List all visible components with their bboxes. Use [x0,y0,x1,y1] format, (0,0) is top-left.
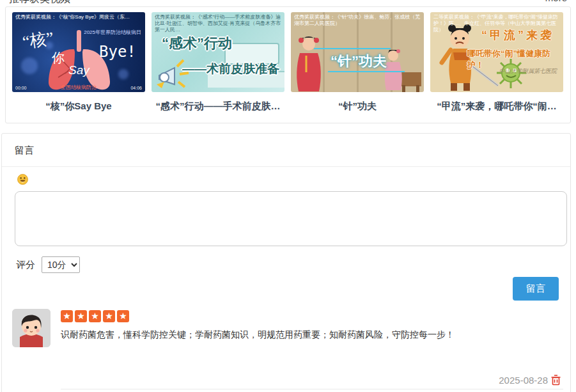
score-select[interactable]: 10分 [42,256,80,273]
comment-textarea[interactable] [15,191,567,246]
video-thumbnail[interactable]: 优秀奖获奖视频：《“针”功夫》徐惠、鲍芬、张成枝（芜湖市第二人民医院） “针”功… [291,12,424,92]
thumb-big-text: Say [68,63,90,77]
comment-item: ★ ★ ★ ★ ★ 识耐药菌危害，懂科学防控关键；学耐药菌知识，明规范用药重要；… [12,309,562,389]
section-title: 推荐获奖视频 [9,0,70,6]
submit-comment-button[interactable]: 留言 [513,277,559,301]
submit-row: 留言 [513,277,559,301]
star-icon: ★ [89,310,101,322]
video-thumbnail[interactable]: 优秀奖获奖视频：《“核”你Say Bye》周疫云（东… 2025年世界防治结核病… [12,12,145,92]
comment-section-title: 留言 [2,134,570,167]
video-card[interactable]: 优秀奖获奖视频：《“核”你Say Bye》周疫云（东… 2025年世界防治结核病… [12,12,145,113]
performer-left-figure [293,34,323,92]
video-title[interactable]: “针”功夫 [291,100,424,113]
thumb-credit-text: 优秀奖获奖视频：《“针”功夫》徐惠、鲍芬、张成枝（芜湖市第二人民医院） [294,14,421,27]
video-panel: 优秀奖获奖视频：《“核”你Say Bye》周疫云（东… 2025年世界防治结核病… [5,6,571,123]
video-card[interactable]: 优秀奖获奖视频：《“针”功夫》徐惠、鲍芬、张成枝（芜湖市第二人民医院） “针”功… [291,12,424,113]
star-icon: ★ [103,310,115,322]
more-link[interactable]: more [545,0,567,3]
video-title[interactable]: “甲流”来袭，哪吒带你“闹… [430,100,563,113]
thumb-big-text: ——术前皮肤准备 [182,61,279,77]
star-icon: ★ [61,310,73,322]
thumb-big-text: “针”功夫 [331,52,387,71]
comment-divider [61,389,563,389]
comment-footer: 2025-08-28 [499,375,561,386]
video-time-duration: 04:06 [130,86,142,90]
thumb-credit-text: 优秀奖获奖视频：《“核”你Say Bye》周疫云（东… [15,14,142,20]
video-title[interactable]: “核”你Say Bye [12,100,145,113]
decor-line [313,48,391,49]
thumb-credit-text: 优秀奖获奖视频：《“感术”行动——手术前皮肤准备》迪比旦·吐逊江、胡智华、西加艾… [155,14,281,33]
video-thumbnail[interactable]: 优秀奖获奖视频：《“感术”行动——手术前皮肤准备》迪比旦·吐逊江、胡智华、西加艾… [152,12,284,92]
video-time-current: 00:00 [15,86,27,90]
avatar [12,309,51,347]
video-card[interactable]: 优秀奖获奖视频：《“感术”行动——手术前皮肤准备》迪比旦·吐逊江、胡智华、西加艾… [152,12,284,113]
section-header: 推荐获奖视频 more [9,0,567,6]
thumb-event-text: 2025年世界防治结核病日 [84,29,141,36]
thumb-big-text: Bye! [99,43,136,61]
comment-panel: 留言 评分 10分 留言 [1,133,571,392]
video-thumbnail[interactable]: 二等奖获奖视频：《“甲流”来袭，哪吒带你“闹”懂健康防护！》陈…、牛立红、任羽华… [430,12,563,92]
emoji-row [2,167,570,190]
video-card[interactable]: 二等奖获奖视频：《“甲流”来袭，哪吒带你“闹”懂健康防护！》陈…、牛立红、任羽华… [430,12,563,113]
thumb-footer-text: 全国结核病防治 [12,84,145,91]
thumb-big-text: “核” [21,27,55,53]
delete-icon[interactable] [551,375,561,386]
score-row: 评分 10分 [16,256,570,273]
decor-line [327,71,405,72]
thumb-big-text: “感术”行动 [162,34,232,53]
comment-text: 识耐药菌危害，懂科学防控关键；学耐药菌知识，明规范用药重要；知耐药菌风险，守防控… [61,328,562,341]
rating-stars: ★ ★ ★ ★ ★ [61,310,562,322]
score-label: 评分 [16,259,35,271]
comment-date: 2025-08-28 [499,375,548,386]
thumb-big-text: 哪吒带你“闹”懂健康防护！ [467,48,563,71]
thumb-credit-text: 二等奖获奖视频：《“甲流”来袭，哪吒带你“闹”懂健康防护！》陈…、牛立红、任羽华… [433,14,560,33]
video-card-list: 优秀奖获奖视频：《“核”你Say Bye》周疫云（东… 2025年世界防治结核病… [6,7,570,113]
comment-body: ★ ★ ★ ★ ★ 识耐药菌危害，懂科学防控关键；学耐药菌知识，明规范用药重要；… [61,310,562,341]
star-icon: ★ [117,310,129,322]
thumb-big-text: 你 [52,49,65,67]
star-icon: ★ [75,310,87,322]
emoji-picker-icon[interactable] [17,174,28,185]
video-title[interactable]: “感术”行动——手术前皮肤… [152,100,284,113]
performer-right-figure [382,48,423,92]
